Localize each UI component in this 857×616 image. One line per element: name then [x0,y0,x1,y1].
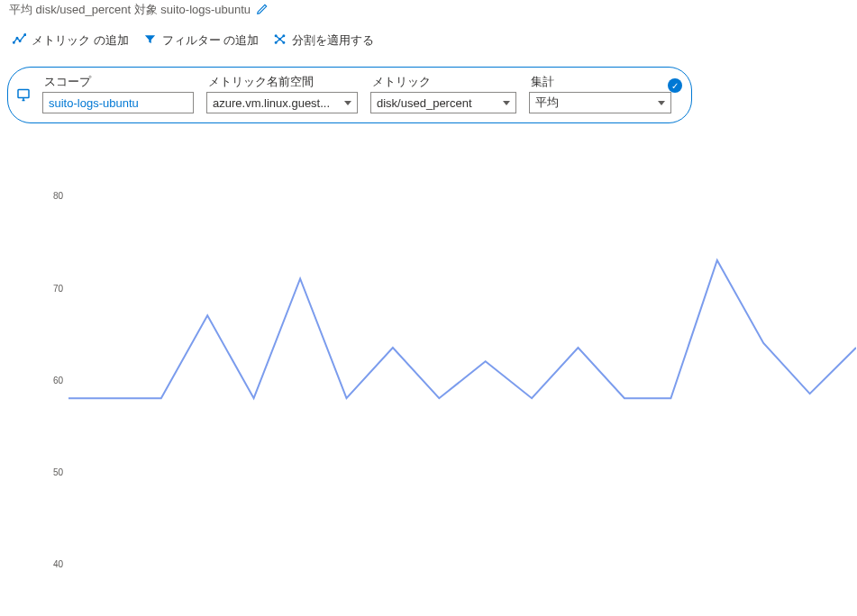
namespace-field: メトリック名前空間 azure.vm.linux.guest... [206,75,358,113]
namespace-label: メトリック名前空間 [206,75,358,90]
scope-dropdown[interactable]: suito-logs-ubuntu [42,92,194,113]
series-line [68,260,856,398]
filter-icon [143,32,157,49]
aggregation-value: 平均 [535,95,559,111]
namespace-dropdown[interactable]: azure.vm.linux.guest... [206,92,358,113]
chart: 8070605040 [27,177,856,601]
apply-split-button[interactable]: 分割を適用する [273,32,374,49]
chevron-down-icon [344,101,351,105]
add-metric-button[interactable]: メトリック の追加 [13,32,129,49]
pencil-icon[interactable] [256,3,269,18]
chart-title-row: 平均 disk/used_percent 対象 suito-logs-ubunt… [0,0,857,25]
chevron-down-icon [503,101,510,105]
chart-plot [68,177,856,601]
svg-point-0 [13,41,14,43]
add-filter-label: フィルター の追加 [162,32,260,49]
svg-point-3 [24,34,26,36]
add-metric-label: メトリック の追加 [32,32,129,49]
svg-point-2 [19,41,21,42]
metric-value: disk/used_percent [377,96,472,110]
metric-selector-pill: スコープ suito-logs-ubuntu メトリック名前空間 azure.v… [7,67,692,123]
apply-split-label: 分割を適用する [292,32,374,49]
aggregation-label: 集計 [529,75,671,90]
scope-value: suito-logs-ubuntu [49,96,139,110]
line-chart-icon [13,32,26,49]
metric-dropdown[interactable]: disk/used_percent [370,92,516,113]
checkmark-icon: ✓ [668,78,682,93]
metric-label: メトリック [370,75,516,90]
y-axis-tick: 50 [45,467,63,476]
y-axis-tick: 60 [45,375,63,385]
scope-label: スコープ [42,75,194,90]
y-axis-tick: 40 [45,559,63,569]
y-axis-tick: 70 [45,283,63,293]
chart-title: 平均 disk/used_percent 対象 suito-logs-ubunt… [9,2,251,18]
aggregation-dropdown[interactable]: 平均 [529,92,671,113]
metrics-toolbar: メトリック の追加 フィルター の追加 分割を適用する [0,25,857,56]
chevron-down-icon [658,101,665,105]
metric-field: メトリック disk/used_percent [370,75,516,113]
aggregation-field: 集計 平均 [529,75,671,113]
svg-point-1 [16,37,18,39]
split-icon [273,32,287,49]
add-filter-button[interactable]: フィルター の追加 [143,32,260,49]
scope-field: スコープ suito-logs-ubuntu [42,75,194,113]
resource-icon [15,86,32,105]
y-axis-tick: 80 [45,191,63,201]
namespace-value: azure.vm.linux.guest... [213,96,330,110]
svg-rect-9 [18,89,29,97]
